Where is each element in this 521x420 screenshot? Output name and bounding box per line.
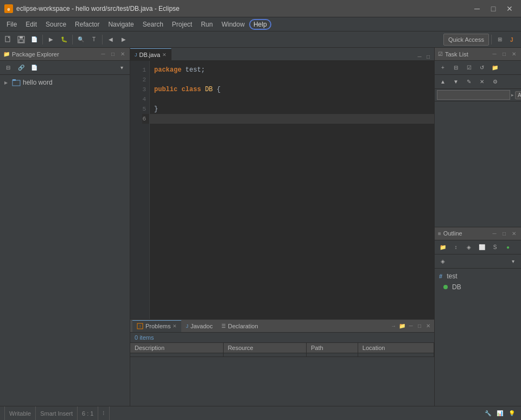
outline-maximize-btn[interactable]: □ (500, 230, 508, 237)
package-explorer-minimize-btn[interactable]: ─ (99, 50, 107, 58)
tab-declaration[interactable]: ☰ Declaration (217, 320, 263, 332)
menu-navigate[interactable]: Navigate (104, 19, 138, 30)
menu-file[interactable]: File (2, 19, 21, 30)
task-filter-input[interactable] (437, 90, 510, 100)
pkg-link-btn[interactable]: 🔗 (15, 62, 27, 74)
task-filter-btn[interactable]: ☑ (463, 62, 475, 74)
editor-tab-bar: J DB.java ✕ ─ □ (130, 48, 434, 61)
toolbar-new-btn[interactable] (2, 34, 14, 46)
outline-dot-btn[interactable]: ● (502, 241, 514, 253)
tab-problems[interactable]: ! Problems ✕ (132, 320, 181, 332)
center-panel: J DB.java ✕ ─ □ 1 2 3 4 5 6 (130, 48, 434, 406)
outline-sort-btn[interactable]: ↕ (450, 241, 462, 253)
code-editor[interactable]: 1 2 3 4 5 6 package test; public class D… (130, 61, 434, 319)
task-up-btn[interactable]: ▲ (437, 76, 449, 88)
outline-icon: ≡ (438, 231, 441, 237)
bottom-folder-btn[interactable]: 📁 (398, 322, 406, 330)
quick-access-button[interactable]: Quick Access (443, 34, 489, 46)
toolbar-run-btn[interactable]: ▶ (45, 34, 57, 46)
outline-item-test[interactable]: # test (435, 271, 521, 282)
position-status: 6 : 1 (78, 406, 98, 420)
svg-rect-7 (12, 80, 20, 86)
tab-close-icon[interactable]: ✕ (162, 52, 167, 58)
bottom-close-btn[interactable]: ✕ (424, 322, 432, 330)
status-icon-2[interactable]: 📊 (495, 409, 505, 418)
status-icon-1[interactable]: 🔧 (483, 409, 493, 418)
col-resource[interactable]: Resource (223, 343, 306, 353)
bottom-maximize-btn[interactable]: □ (416, 322, 423, 330)
task-list-close-btn[interactable]: ✕ (510, 50, 518, 58)
pkg-collapse-btn[interactable]: ⊟ (2, 62, 14, 74)
col-location[interactable]: Location (358, 343, 434, 353)
outline-members-btn[interactable]: ◈ (463, 241, 475, 253)
bottom-panel: ! Problems ✕ J Javadoc ☰ Declaration → 📁 (130, 319, 434, 406)
menu-source[interactable]: Source (41, 19, 71, 30)
outline-close-btn[interactable]: ✕ (510, 230, 518, 237)
task-filter-bar: ▸ All ▸ A... (435, 89, 521, 101)
toolbar-print-btn[interactable]: 📄 (28, 34, 40, 46)
outline-minimize-btn[interactable]: ─ (491, 230, 498, 237)
menu-window[interactable]: Window (217, 19, 249, 30)
toolbar-forward-btn[interactable]: ▶ (118, 34, 130, 46)
outline-menu-btn[interactable]: ▾ (507, 255, 519, 267)
menu-search[interactable]: Search (138, 19, 168, 30)
task-close2-btn[interactable]: ✕ (476, 76, 488, 88)
outline-panel: ≡ Outline ─ □ ✕ 📁 ↕ ◈ ⬜ S ● ◈ ▾ # (435, 227, 521, 406)
col-path[interactable]: Path (306, 343, 358, 353)
editor-tab-db[interactable]: J DB.java ✕ (130, 48, 171, 60)
smart-insert-label: Smart Insert (40, 410, 73, 417)
toolbar: 📄 ▶ 🐛 🔍 T ◀ ▶ Quick Access ⊞ J (0, 31, 521, 48)
editor-maximize-btn[interactable]: □ (424, 53, 432, 60)
task-add-btn[interactable]: + (437, 62, 449, 74)
project-tree-item[interactable]: ▶ hello word (0, 77, 130, 88)
package-explorer-panel: 📁 Package Explorer ─ □ ✕ ⊟ 🔗 📄 ▾ ▶ (0, 48, 130, 406)
toolbar-perspectives-btn[interactable]: ⊞ (494, 34, 506, 46)
outline-collapse-btn[interactable]: 📁 (437, 241, 449, 253)
bottom-nav-btn[interactable]: → (390, 322, 397, 330)
toolbar-open-type-btn[interactable]: T (88, 34, 100, 46)
extra-label: ⁝ (103, 410, 105, 417)
toolbar-java-perspective-btn[interactable]: J (507, 34, 519, 46)
task-collapse-btn[interactable]: ⊟ (450, 62, 462, 74)
menu-run[interactable]: Run (196, 19, 217, 30)
tab-javadoc[interactable]: J Javadoc (181, 320, 217, 332)
menu-help[interactable]: Help (249, 19, 271, 30)
package-explorer-maximize-btn[interactable]: □ (109, 50, 117, 58)
task-configure-btn[interactable]: ⚙ (489, 76, 501, 88)
svg-rect-2 (5, 36, 10, 42)
bottom-minimize-btn[interactable]: ─ (407, 322, 415, 330)
position-label: 6 : 1 (82, 410, 93, 417)
menu-project[interactable]: Project (168, 19, 196, 30)
minimize-button[interactable]: ─ (470, 3, 484, 14)
col-description[interactable]: Description (130, 343, 223, 353)
outline-hide-static-btn[interactable]: S (489, 241, 501, 253)
problems-tab-close[interactable]: ✕ (173, 323, 177, 329)
task-edit-btn[interactable]: ✎ (463, 76, 475, 88)
maximize-button[interactable]: □ (486, 3, 500, 14)
toolbar-search-btn[interactable]: 🔍 (75, 34, 87, 46)
toolbar-debug-btn[interactable]: 🐛 (58, 34, 70, 46)
outline-hide-fields-btn[interactable]: ⬜ (476, 241, 488, 253)
task-list-maximize-btn[interactable]: □ (500, 50, 508, 58)
toolbar-save-btn[interactable] (15, 34, 27, 46)
items-count: 0 items (130, 333, 434, 343)
task-list-minimize-btn[interactable]: ─ (491, 50, 498, 58)
line-numbers: 1 2 3 4 5 6 (130, 61, 150, 319)
task-down-btn[interactable]: ▼ (450, 76, 462, 88)
package-explorer-close-btn[interactable]: ✕ (119, 50, 126, 58)
code-content[interactable]: package test; public class DB { } (150, 61, 434, 319)
toolbar-back-btn[interactable]: ◀ (105, 34, 117, 46)
pkg-new-btn[interactable]: 📄 (28, 62, 40, 74)
close-button[interactable]: ✕ (503, 3, 517, 14)
task-filter-all[interactable]: All (515, 91, 521, 99)
window-title: eclipse-workspace - hello word/src/test/… (16, 5, 470, 12)
menu-edit[interactable]: Edit (21, 19, 41, 30)
editor-minimize-btn[interactable]: ─ (416, 53, 423, 60)
outline-extra-btn[interactable]: ◈ (437, 255, 449, 267)
status-icon-3[interactable]: 💡 (507, 409, 517, 418)
task-refresh-btn[interactable]: ↺ (476, 62, 488, 74)
outline-item-db[interactable]: DB (435, 282, 521, 292)
menu-refactor[interactable]: Refactor (71, 19, 104, 30)
pkg-menu-btn[interactable]: ▾ (116, 62, 128, 74)
task-folder-btn[interactable]: 📁 (489, 62, 501, 74)
